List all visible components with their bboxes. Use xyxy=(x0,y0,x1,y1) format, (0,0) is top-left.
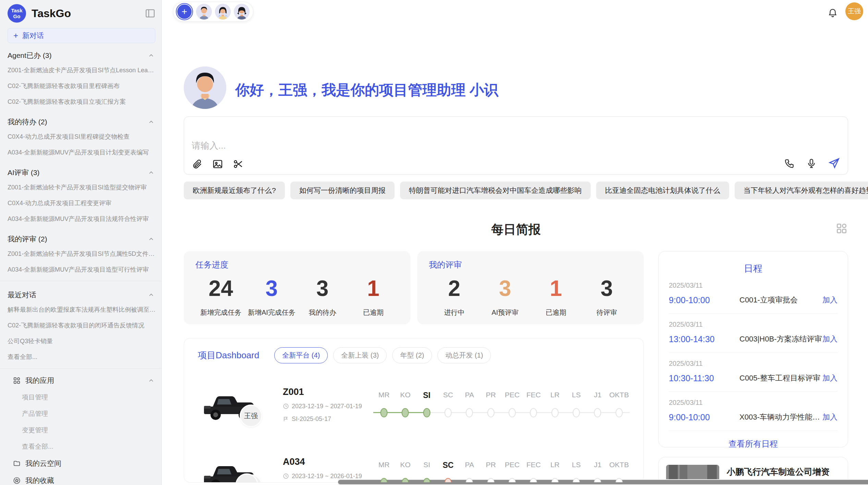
chevron-up-icon[interactable] xyxy=(148,236,155,242)
tab-powertrain[interactable]: 动总开发 (1) xyxy=(437,347,491,363)
suggestion-chip[interactable]: 欧洲新规最近颁布了什么? xyxy=(184,182,285,199)
sidebar-item[interactable]: 解释最新出台的欧盟报废车法规再生塑料比例被调至15%... xyxy=(0,302,161,318)
suggestion-chip[interactable]: 当下年轻人对汽车外观有怎样的喜好趋势 xyxy=(735,182,868,199)
sidebar-item[interactable]: Z001-全新燃油皮卡产品开发项目SI节点Lesson Learn报告 xyxy=(0,62,161,78)
sidebar-item-view-all[interactable]: 查看全部... xyxy=(0,349,161,365)
sidebar-item[interactable]: A034-全新新能源MUV产品开发项目造型可行性评审 xyxy=(0,262,161,277)
send-icon[interactable] xyxy=(828,157,840,170)
join-button[interactable]: 加入 xyxy=(822,412,837,422)
plus-icon: + xyxy=(177,4,192,19)
horizontal-scrollbar[interactable] xyxy=(338,479,868,485)
sidebar-item-cloud-space[interactable]: 我的云空间 xyxy=(8,455,161,472)
agent-avatar-1[interactable] xyxy=(196,4,212,20)
section-header[interactable]: 我的待办 (2) xyxy=(0,112,161,129)
project-row-a034[interactable]: 王强 A034 2023-12-19 ~ 2026-01-19 SC-2025-… xyxy=(198,446,630,483)
stat-overdue: 1 已逾期 xyxy=(348,276,399,317)
stat-label: AI预评审 xyxy=(480,308,530,317)
agent-avatar-2[interactable] xyxy=(215,4,231,20)
milestone-label: KO xyxy=(395,391,416,400)
layout-grid-icon[interactable] xyxy=(835,222,848,235)
notification-bell-icon[interactable] xyxy=(828,8,838,18)
schedule-date: 2025/03/11 xyxy=(669,399,837,407)
user-name: 王强 xyxy=(848,7,861,16)
project-owner-badge: 王强 xyxy=(240,405,262,427)
milestone-label: LS xyxy=(566,391,587,400)
stat-value: 3 xyxy=(480,276,530,300)
chevron-up-icon[interactable] xyxy=(148,119,155,125)
tab-new-platform[interactable]: 全新平台 (4) xyxy=(274,347,328,363)
paperclip-icon[interactable] xyxy=(192,159,203,170)
scissors-icon[interactable] xyxy=(233,159,244,170)
section-title: 最近对话 xyxy=(8,290,36,300)
my-review-card: 我的评审 2 进行中 3 AI预评审 1 xyxy=(417,251,644,324)
section-header[interactable]: Agent已办 (3) xyxy=(0,45,161,62)
left-column: 任务进度 24 新增完成任务 3 新增AI完成任务 3 xyxy=(184,251,644,483)
taskgo-app: { "app": {"logo_top": "Task", "logo_bott… xyxy=(0,0,868,485)
schedule-item: 2025/03/11 13:00-14:30 C003|H0B-方案冻结评审 加… xyxy=(669,314,837,353)
app-logo: Task Go xyxy=(8,4,26,23)
schedule-name: C005-整车工程目标评审 xyxy=(728,373,822,383)
chevron-up-icon[interactable] xyxy=(148,52,155,59)
user-avatar[interactable]: 王强 xyxy=(845,2,863,20)
sidebar-item-favorites[interactable]: 我的收藏 xyxy=(8,472,161,485)
chevron-up-icon[interactable] xyxy=(148,377,155,384)
tab-model-year[interactable]: 年型 (2) xyxy=(392,347,432,363)
sidebar-item-change-mgmt[interactable]: 变更管理 xyxy=(8,422,161,438)
project-row-z001[interactable]: 王强 Z001 2023-12-19 ~ 2027-01-19 SI-2025-… xyxy=(198,376,630,433)
stat-label: 新增完成任务 xyxy=(195,308,246,317)
section-header[interactable]: 我的评审 (2) xyxy=(0,229,161,246)
scrollbar-thumb[interactable] xyxy=(338,480,868,484)
join-button[interactable]: 加入 xyxy=(822,334,837,344)
sidebar-item[interactable]: C0X4-动力总成开发项目工程变更评审 xyxy=(0,195,161,211)
milestone-dot-pending xyxy=(523,407,544,419)
chevron-up-icon[interactable] xyxy=(148,169,155,176)
app-label: 产品管理 xyxy=(22,409,48,418)
milestone-dot-pending xyxy=(480,407,502,419)
suggestion-chip[interactable]: 特朗普可能对进口汽车增税会对中国车企造成哪些影响 xyxy=(400,182,591,199)
app-title: TaskGo xyxy=(32,7,71,20)
stat-label: 待评审 xyxy=(581,308,632,317)
sidebar-item[interactable]: A034-全新新能源MUV产品开发项目法规符合性评审 xyxy=(0,211,161,227)
app-label: 查看全部... xyxy=(22,442,53,451)
sidebar-item[interactable]: C0X4-动力总成开发项目SI里程碑提交物检查 xyxy=(0,129,161,145)
sidebar-item[interactable]: A034-全新新能源MUV产品开发项目计划变更表编写 xyxy=(0,145,161,160)
suggestion-chip[interactable]: 如何写一份清晰的项目周报 xyxy=(290,182,395,199)
tab-new-body[interactable]: 全新上装 (3) xyxy=(333,347,387,363)
join-button[interactable]: 加入 xyxy=(822,295,837,305)
stat-value: 1 xyxy=(348,276,399,300)
sidebar-item[interactable]: C02-飞腾新能源轻客改款项目里程碑画布 xyxy=(0,78,161,94)
sidebar-item[interactable]: C02-飞腾新能源轻客改款项目立项汇报方案 xyxy=(0,94,161,110)
sidebar-collapse-icon[interactable] xyxy=(145,9,155,18)
microphone-icon[interactable] xyxy=(806,158,817,169)
image-icon[interactable] xyxy=(212,159,223,170)
new-chat-button[interactable]: + 新对话 xyxy=(8,28,155,43)
sidebar-item-apps-view-all[interactable]: 查看全部... xyxy=(8,438,161,455)
sidebar-item-my-apps[interactable]: 我的应用 xyxy=(8,372,161,389)
suggestion-chip[interactable]: 比亚迪全固态电池计划具体说了什么 xyxy=(596,182,729,199)
stat-my-todo: 3 我的待办 xyxy=(297,276,348,317)
chevron-up-icon[interactable] xyxy=(148,291,155,298)
stat-label: 我的待办 xyxy=(297,308,348,317)
sidebar-item-product-mgmt[interactable]: 产品管理 xyxy=(8,406,161,422)
schedule-date: 2025/03/11 xyxy=(669,321,837,328)
add-agent-button[interactable]: + xyxy=(176,3,193,20)
view-all-schedule-link[interactable]: 查看所有日程 xyxy=(669,438,837,449)
sidebar-item-project-mgmt[interactable]: 项目管理 xyxy=(8,389,161,406)
schedule-time: 13:00-14:30 xyxy=(669,334,728,344)
milestone-label: KO xyxy=(395,461,416,470)
date-range: 2023-12-19 ~ 2026-01-19 xyxy=(292,473,362,480)
stat-overdue: 1 已逾期 xyxy=(531,276,581,317)
sidebar-item[interactable]: Z001-全新燃油轻卡产品开发项目SI节点属性5D文件评审 xyxy=(0,246,161,262)
section-header[interactable]: 最近对话 xyxy=(0,285,161,302)
chat-composer[interactable]: 请输入... xyxy=(184,116,848,175)
phone-icon[interactable] xyxy=(784,158,795,169)
milestone-dot-pending xyxy=(437,407,459,419)
join-button[interactable]: 加入 xyxy=(822,373,837,383)
schedule-name: C003|H0B-方案冻结评审 xyxy=(728,334,822,344)
sidebar-item[interactable]: Z001-全新燃油轻卡产品开发项目SI造型提交物评审 xyxy=(0,179,161,195)
sidebar-item[interactable]: C02-飞腾新能源轻客改款项目的闭环通告反馈情况 xyxy=(0,318,161,333)
sidebar-item[interactable]: 公司Q3轻卡销量 xyxy=(0,333,161,349)
section-header[interactable]: AI评审 (3) xyxy=(0,162,161,179)
milestone-label: PA xyxy=(459,391,480,400)
agent-avatar-3[interactable] xyxy=(234,4,250,20)
